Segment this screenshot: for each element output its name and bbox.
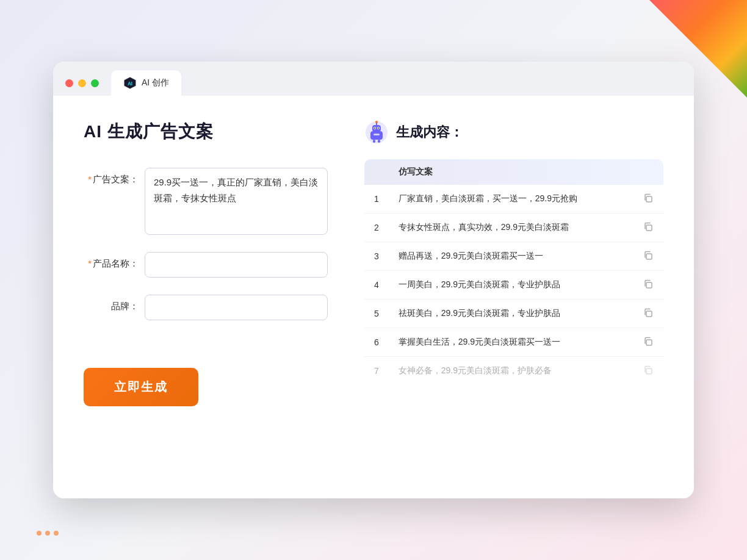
brand-group: 品牌： 好白 bbox=[84, 295, 328, 320]
row-text: 一周美白，29.9元美白淡斑霜，专业护肤品 bbox=[389, 271, 633, 300]
copy-cell[interactable] bbox=[633, 300, 663, 328]
copy-icon[interactable] bbox=[643, 365, 654, 376]
copy-icon[interactable] bbox=[643, 193, 654, 204]
table-row: 3 赠品再送，29.9元美白淡斑霜买一送一 bbox=[364, 242, 663, 271]
svg-rect-16 bbox=[646, 254, 652, 259]
copy-cell[interactable] bbox=[633, 214, 663, 242]
close-button[interactable] bbox=[65, 79, 73, 87]
main-layout: AI 生成广告文案 *广告文案： 29.9买一送一，真正的厂家直销，美白淡斑霜，… bbox=[84, 120, 663, 406]
robot-icon bbox=[364, 120, 389, 145]
copy-cell[interactable] bbox=[633, 328, 663, 357]
table-header-action bbox=[633, 159, 663, 185]
tab-title: AI 创作 bbox=[142, 77, 169, 88]
row-number: 3 bbox=[364, 242, 389, 271]
brand-input[interactable]: 好白 bbox=[145, 295, 328, 320]
page-title: AI 生成广告文案 bbox=[84, 120, 328, 143]
ai-tab-icon: AI bbox=[123, 76, 137, 90]
table-row: 6 掌握美白生活，29.9元美白淡斑霜买一送一 bbox=[364, 328, 663, 357]
row-text: 祛斑美白，29.9元美白淡斑霜，专业护肤品 bbox=[389, 300, 633, 328]
copy-icon[interactable] bbox=[643, 279, 654, 290]
row-number: 2 bbox=[364, 214, 389, 242]
result-title: 生成内容： bbox=[396, 123, 463, 142]
copy-icon[interactable] bbox=[643, 221, 654, 232]
minimize-button[interactable] bbox=[78, 79, 86, 87]
copy-icon[interactable] bbox=[643, 307, 654, 318]
copy-cell[interactable] bbox=[633, 271, 663, 300]
ad-copy-input[interactable]: 29.9买一送一，真正的厂家直销，美白淡斑霜，专抹女性斑点 bbox=[145, 168, 328, 235]
right-panel: 生成内容： 仿写文案 1 厂家直销，美白淡斑霜，买一送一，29.9元抢购 bbox=[364, 120, 663, 406]
table-row: 1 厂家直销，美白淡斑霜，买一送一，29.9元抢购 bbox=[364, 185, 663, 214]
row-number: 1 bbox=[364, 185, 389, 214]
row-number: 5 bbox=[364, 300, 389, 328]
result-table: 仿写文案 1 厂家直销，美白淡斑霜，买一送一，29.9元抢购 2 bbox=[364, 159, 663, 385]
table-row: 2 专抹女性斑点，真实功效，29.9元美白淡斑霜 bbox=[364, 214, 663, 242]
browser-tab[interactable]: AI AI 创作 bbox=[111, 70, 181, 96]
svg-point-10 bbox=[378, 127, 379, 129]
table-row: 7 女神必备，29.9元美白淡斑霜，护肤必备 bbox=[364, 357, 663, 386]
ad-copy-label: *广告文案： bbox=[84, 168, 139, 185]
svg-rect-14 bbox=[646, 196, 652, 202]
result-header: 生成内容： bbox=[364, 120, 663, 145]
copy-cell[interactable] bbox=[633, 185, 663, 214]
traffic-lights bbox=[65, 79, 99, 87]
svg-point-6 bbox=[375, 121, 378, 123]
svg-rect-17 bbox=[646, 282, 652, 288]
svg-rect-11 bbox=[374, 134, 380, 135]
svg-rect-12 bbox=[373, 140, 375, 143]
product-name-label: *产品名称： bbox=[84, 252, 139, 270]
copy-icon[interactable] bbox=[643, 250, 654, 261]
svg-rect-19 bbox=[646, 340, 652, 345]
row-number: 4 bbox=[364, 271, 389, 300]
svg-point-9 bbox=[374, 127, 375, 129]
brand-label: 品牌： bbox=[84, 295, 139, 312]
browser-window: AI AI 创作 AI 生成广告文案 *广告文案： 29.9买一送一，真正的厂家… bbox=[53, 62, 694, 498]
svg-rect-20 bbox=[646, 368, 652, 374]
table-header-copy: 仿写文案 bbox=[389, 159, 633, 185]
required-star-1: * bbox=[88, 174, 92, 184]
table-row: 5 祛斑美白，29.9元美白淡斑霜，专业护肤品 bbox=[364, 300, 663, 328]
copy-cell[interactable] bbox=[633, 242, 663, 271]
ad-copy-group: *广告文案： 29.9买一送一，真正的厂家直销，美白淡斑霜，专抹女性斑点 bbox=[84, 168, 328, 235]
left-panel: AI 生成广告文案 *广告文案： 29.9买一送一，真正的厂家直销，美白淡斑霜，… bbox=[84, 120, 328, 406]
row-text: 女神必备，29.9元美白淡斑霜，护肤必备 bbox=[389, 357, 633, 386]
required-star-2: * bbox=[88, 258, 92, 268]
copy-cell[interactable] bbox=[633, 357, 663, 386]
maximize-button[interactable] bbox=[91, 79, 99, 87]
svg-rect-13 bbox=[378, 140, 380, 143]
table-row: 4 一周美白，29.9元美白淡斑霜，专业护肤品 bbox=[364, 271, 663, 300]
row-number: 6 bbox=[364, 328, 389, 357]
product-name-group: *产品名称： 美白淡斑霜 bbox=[84, 252, 328, 278]
table-header-num bbox=[364, 159, 389, 185]
copy-icon[interactable] bbox=[643, 336, 654, 347]
svg-text:AI: AI bbox=[128, 81, 132, 87]
row-text: 专抹女性斑点，真实功效，29.9元美白淡斑霜 bbox=[389, 214, 633, 242]
svg-rect-18 bbox=[646, 311, 652, 317]
table-header-row: 仿写文案 bbox=[364, 159, 663, 185]
browser-content: AI 生成广告文案 *广告文案： 29.9买一送一，真正的厂家直销，美白淡斑霜，… bbox=[53, 96, 694, 498]
row-number: 7 bbox=[364, 357, 389, 386]
browser-titlebar: AI AI 创作 bbox=[53, 62, 694, 96]
row-text: 掌握美白生活，29.9元美白淡斑霜买一送一 bbox=[389, 328, 633, 357]
row-text: 厂家直销，美白淡斑霜，买一送一，29.9元抢购 bbox=[389, 185, 633, 214]
row-text: 赠品再送，29.9元美白淡斑霜买一送一 bbox=[389, 242, 633, 271]
submit-button[interactable]: 立即生成 bbox=[84, 368, 198, 406]
product-name-input[interactable]: 美白淡斑霜 bbox=[145, 252, 328, 278]
svg-rect-15 bbox=[646, 225, 652, 231]
